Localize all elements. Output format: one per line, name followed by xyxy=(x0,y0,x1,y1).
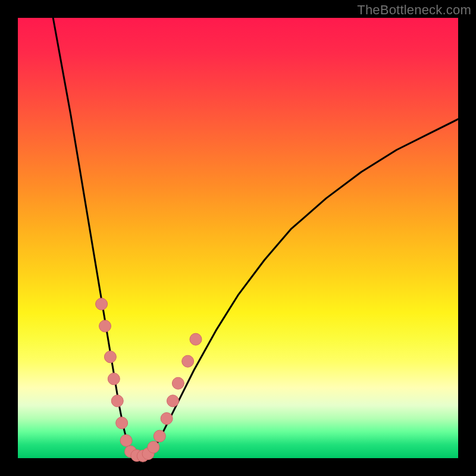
data-point xyxy=(167,395,178,407)
data-point xyxy=(172,377,184,389)
data-point xyxy=(116,417,128,429)
chart-frame: TheBottleneck.com xyxy=(0,0,476,476)
data-point xyxy=(154,430,165,442)
data-point xyxy=(148,441,159,453)
plot-area xyxy=(18,18,458,458)
chart-svg xyxy=(18,18,458,458)
data-point xyxy=(104,351,116,363)
data-point xyxy=(182,355,194,367)
marker-layer xyxy=(96,298,202,462)
data-point xyxy=(190,333,202,345)
data-point xyxy=(161,412,173,424)
data-point xyxy=(111,395,123,407)
data-point xyxy=(108,373,120,385)
curve-layer xyxy=(53,18,458,456)
data-point xyxy=(96,298,108,310)
data-point xyxy=(120,434,132,446)
data-point xyxy=(99,320,111,332)
watermark-text: TheBottleneck.com xyxy=(357,2,471,18)
bottleneck-curve xyxy=(53,18,458,456)
